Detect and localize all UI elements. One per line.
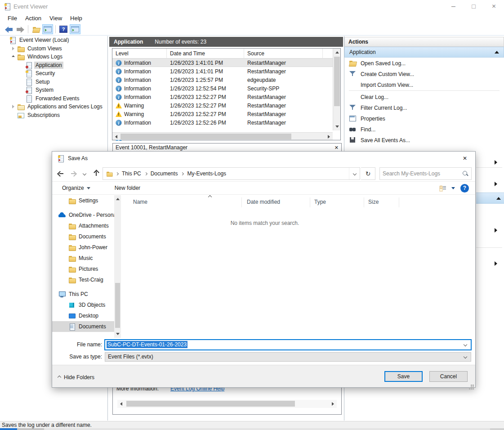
menu-view[interactable]: View [45,13,66,23]
nav-forward-icon[interactable] [67,168,78,179]
sidebar-item-settings[interactable]: Settings [52,195,114,206]
address-bar[interactable]: This PCDocumentsMy-Events-Logs [103,167,360,180]
collapse-icon[interactable] [495,51,499,54]
sidebar-item-this-pc[interactable]: This PC [52,289,114,300]
tree-item-setup[interactable]: Setup [0,78,107,86]
sidebar-item-3d-objects[interactable]: 3D Objects [52,300,114,310]
open-saved-log-icon[interactable] [31,24,41,34]
sidebar-item-documents[interactable]: Documents [52,321,114,332]
file-name-dropdown-icon[interactable] [460,343,471,346]
event-row[interactable]: Information1/26/2023 12:52:27 PMRestartM… [112,93,333,101]
search-input[interactable] [383,170,462,177]
tree-item-applications-and-services-logs[interactable]: Applications and Services Logs [0,103,107,111]
info-icon [116,77,122,83]
tree-item-windows-logs[interactable]: Windows Logs [0,53,107,61]
organize-button[interactable]: Organize [58,183,94,193]
sidebar-item-pictures[interactable]: Pictures [52,264,114,274]
action-properties[interactable]: Properties [344,113,504,124]
action-open-saved-log[interactable]: Open Saved Log... [344,58,504,68]
menu-file[interactable]: File [4,13,21,23]
refresh-icon[interactable] [361,167,375,180]
new-folder-button[interactable]: New folder [111,183,144,193]
save-as-type-dropdown-icon[interactable] [460,355,471,358]
column-header-source[interactable]: Source [244,49,323,58]
save-button[interactable]: Save [384,371,423,382]
resize-grip[interactable] [473,385,474,386]
minimize-button[interactable] [443,0,464,13]
tree-item-system[interactable]: System [0,86,107,94]
chevron-expanded-icon[interactable] [11,56,15,58]
action-import-custom-view[interactable]: Import Custom View... [344,79,504,90]
breadcrumb-segment[interactable]: My-Events-Logs [184,170,229,177]
file-column-name[interactable]: Name [133,199,147,205]
sidebar-item-label: Music [79,255,93,261]
hide-folders-button[interactable]: Hide Folders [58,374,94,381]
tree-item-application[interactable]: Application [0,61,107,70]
action-pane-icon[interactable] [70,24,80,34]
file-column-type[interactable]: Type [314,199,326,205]
forward-icon[interactable] [15,24,26,34]
app-icon [4,3,11,10]
breadcrumb-segment[interactable]: Documents [148,170,181,177]
file-column-date-modified[interactable]: Date modified [247,199,280,205]
dialog-close-icon[interactable] [461,155,469,162]
menu-help[interactable]: Help [66,13,86,23]
action-filter-current-log[interactable]: Filter Current Log... [344,102,504,113]
sidebar-item-attachments[interactable]: Attachments [52,220,114,231]
sidebar-item-music[interactable]: Music [52,253,114,264]
file-column-size[interactable]: Size [368,199,379,205]
event-row[interactable]: Warning1/26/2023 12:52:27 PMRestartManag… [112,101,333,110]
address-dropdown-icon[interactable] [349,168,360,179]
view-options-icon[interactable] [440,185,446,191]
dialog-sidebar: SettingsOneDrive - PersonalAttachmentsDo… [52,195,114,338]
close-button[interactable] [484,0,504,13]
close-icon[interactable] [335,144,339,151]
menu-bar: FileActionViewHelp [0,13,504,23]
sidebar-scrollbar[interactable] [114,195,121,338]
tree-item-event-viewer-local-[interactable]: Event Viewer (Local) [0,36,107,45]
help-icon[interactable] [460,184,469,193]
event-row[interactable]: Information1/26/2023 1:41:01 PMRestartMa… [112,67,333,76]
event-row[interactable]: Information1/26/2023 1:41:01 PMRestartMa… [112,58,333,67]
preview-horizontal-scrollbar[interactable] [117,400,337,408]
maximize-button[interactable] [464,0,484,13]
sidebar-item-onedrive-personal[interactable]: OneDrive - Personal [52,210,114,220]
horizontal-scrollbar[interactable] [112,132,333,140]
sidebar-item-desktop[interactable]: Desktop [52,310,114,321]
sidebar-item-test-craig[interactable]: Test-Craig [52,274,114,285]
save-as-type-select[interactable]: Event Files (*.evtx) [105,352,471,362]
action-create-custom-view[interactable]: Create Custom View... [344,68,504,79]
cancel-button[interactable]: Cancel [429,371,468,382]
search-box[interactable] [379,167,472,180]
menu-action[interactable]: Action [21,13,45,23]
tree-item-security[interactable]: Security [0,69,107,78]
action-save-all-events-as[interactable]: Save All Events As... [344,134,504,145]
vertical-scrollbar[interactable] [333,49,340,130]
back-icon[interactable] [3,24,14,34]
chevron-collapsed-icon[interactable] [11,105,15,108]
event-row[interactable]: Information1/26/2023 1:25:57 PMedgeupdat… [112,76,333,84]
column-header-level[interactable]: Level [112,49,167,58]
file-name-input[interactable]: SubC-PC-DT-Events-01-26-2023 [105,340,471,350]
sidebar-item-documents[interactable]: Documents [52,231,114,242]
column-header-date-and-time[interactable]: Date and Time [167,49,244,58]
tree-item-custom-views[interactable]: Custom Views [0,45,107,53]
help-icon[interactable] [58,24,69,34]
action-clear-log[interactable]: Clear Log... [344,91,504,102]
actions-section-application[interactable]: Application [344,47,504,58]
event-datetime: 1/26/2023 1:41:01 PM [170,60,223,66]
view-options-chevron-icon[interactable] [451,187,455,189]
nav-recent-chevron-icon[interactable] [79,168,90,179]
event-row[interactable]: Warning1/26/2023 12:52:27 PMRestartManag… [112,110,333,118]
nav-up-icon[interactable] [91,168,102,179]
event-row[interactable]: Information1/26/2023 12:52:54 PMSecurity… [112,84,333,93]
console-tree-icon[interactable] [42,24,53,34]
tree-item-forwarded-events[interactable]: Forwarded Events [0,94,107,103]
breadcrumb-segment[interactable]: This PC [119,170,144,177]
tree-item-subscriptions[interactable]: Subscriptions [0,111,107,120]
nav-back-icon[interactable] [56,168,67,179]
action-find[interactable]: Find... [344,124,504,134]
event-row[interactable]: Information1/26/2023 12:52:26 PMRestartM… [112,118,333,127]
sidebar-item-john-power[interactable]: John-Power [52,242,114,253]
chevron-collapsed-icon[interactable] [11,47,15,50]
